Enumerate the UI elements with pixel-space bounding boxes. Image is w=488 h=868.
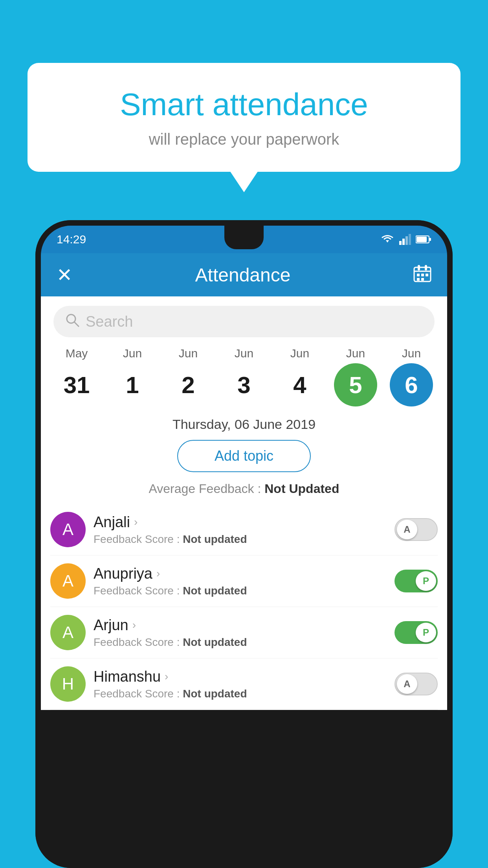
student-name-arjun: Arjun › bbox=[94, 617, 387, 634]
phone-mockup: 14:29 bbox=[35, 220, 453, 868]
header-title: Attendance bbox=[195, 264, 291, 286]
status-time: 14:29 bbox=[57, 233, 86, 246]
avg-feedback-label: Average Feedback : bbox=[149, 482, 265, 496]
chevron-arjun: › bbox=[132, 619, 136, 631]
svg-rect-1 bbox=[402, 239, 405, 245]
bubble-title: Smart attendance bbox=[59, 86, 429, 123]
toggle-arjun[interactable]: P bbox=[394, 621, 438, 644]
date-day-3: 3 bbox=[222, 363, 266, 406]
chevron-anupriya: › bbox=[156, 567, 160, 580]
svg-rect-11 bbox=[417, 274, 420, 276]
student-name-himanshu: Himanshu › bbox=[94, 668, 387, 685]
date-col-0[interactable]: May 31 bbox=[51, 347, 102, 406]
phone-screen: Search May 31 Jun 1 Jun 2 bbox=[41, 296, 447, 710]
date-month-6: Jun bbox=[402, 347, 421, 360]
svg-rect-9 bbox=[418, 265, 420, 270]
avatar-arjun: A bbox=[50, 615, 86, 650]
add-topic-button[interactable]: Add topic bbox=[177, 440, 311, 472]
student-name-anupriya: Anupriya › bbox=[94, 565, 387, 582]
date-day-2: 2 bbox=[167, 363, 210, 406]
bubble-subtitle: will replace your paperwork bbox=[59, 131, 429, 148]
date-col-5[interactable]: Jun 5 bbox=[330, 347, 381, 406]
student-feedback-himanshu: Feedback Score : Not updated bbox=[94, 688, 387, 700]
search-placeholder: Search bbox=[86, 313, 133, 330]
student-feedback-arjun: Feedback Score : Not updated bbox=[94, 636, 387, 649]
avg-feedback: Average Feedback : Not Updated bbox=[41, 482, 447, 496]
date-day-1: 1 bbox=[111, 363, 154, 406]
date-day-4: 4 bbox=[278, 363, 321, 406]
date-col-2[interactable]: Jun 2 bbox=[163, 347, 214, 406]
calendar-icon[interactable] bbox=[413, 264, 431, 286]
svg-rect-2 bbox=[405, 236, 408, 245]
student-feedback-anjali: Feedback Score : Not updated bbox=[94, 533, 387, 546]
svg-rect-13 bbox=[417, 278, 420, 281]
student-name-anjali: Anjali › bbox=[94, 514, 387, 531]
app-header: ✕ Attendance bbox=[41, 253, 447, 296]
toggle-anupriya[interactable]: P bbox=[394, 570, 438, 592]
student-info-anupriya: Anupriya › Feedback Score : Not updated bbox=[94, 565, 387, 597]
date-month-2: Jun bbox=[179, 347, 198, 360]
date-month-5: Jun bbox=[346, 347, 365, 360]
student-feedback-anupriya: Feedback Score : Not updated bbox=[94, 585, 387, 597]
svg-rect-3 bbox=[409, 234, 411, 245]
wifi-icon bbox=[380, 234, 394, 245]
battery-icon bbox=[416, 235, 431, 244]
svg-rect-12 bbox=[421, 274, 424, 276]
student-info-himanshu: Himanshu › Feedback Score : Not updated bbox=[94, 668, 387, 700]
date-col-4[interactable]: Jun 4 bbox=[274, 347, 325, 406]
student-item-anjali[interactable]: A Anjali › Feedback Score : Not updated bbox=[50, 504, 438, 555]
date-day-0: 31 bbox=[55, 363, 98, 406]
status-icons bbox=[380, 234, 431, 245]
date-strip: May 31 Jun 1 Jun 2 Jun 3 bbox=[41, 347, 447, 406]
avatar-anupriya: A bbox=[50, 563, 86, 599]
svg-rect-5 bbox=[416, 237, 427, 242]
svg-rect-10 bbox=[425, 265, 427, 270]
selected-date: Thursday, 06 June 2019 bbox=[41, 410, 447, 440]
svg-line-17 bbox=[74, 322, 79, 326]
svg-rect-6 bbox=[429, 238, 431, 241]
student-item-arjun[interactable]: A Arjun › Feedback Score : Not updated bbox=[50, 607, 438, 658]
phone-notch bbox=[224, 226, 264, 249]
date-month-1: Jun bbox=[123, 347, 142, 360]
date-day-5: 5 bbox=[334, 363, 377, 406]
chevron-anjali: › bbox=[134, 516, 138, 528]
student-info-arjun: Arjun › Feedback Score : Not updated bbox=[94, 617, 387, 649]
student-item-anupriya[interactable]: A Anupriya › Feedback Score : Not update… bbox=[50, 555, 438, 607]
speech-bubble: Smart attendance will replace your paper… bbox=[28, 63, 460, 172]
chevron-himanshu: › bbox=[165, 670, 168, 683]
svg-rect-0 bbox=[399, 241, 402, 245]
student-list: A Anjali › Feedback Score : Not updated bbox=[41, 504, 447, 710]
avatar-anjali: A bbox=[50, 512, 86, 547]
date-month-4: Jun bbox=[290, 347, 309, 360]
student-item-himanshu[interactable]: H Himanshu › Feedback Score : Not update… bbox=[50, 658, 438, 710]
search-icon bbox=[65, 313, 79, 331]
svg-rect-14 bbox=[421, 278, 424, 281]
svg-rect-15 bbox=[426, 274, 428, 276]
search-bar[interactable]: Search bbox=[53, 306, 435, 337]
date-month-0: May bbox=[66, 347, 88, 360]
date-day-6: 6 bbox=[390, 363, 433, 406]
avatar-himanshu: H bbox=[50, 666, 86, 702]
toggle-anjali[interactable]: A bbox=[394, 518, 438, 541]
close-button[interactable]: ✕ bbox=[57, 264, 72, 286]
date-col-1[interactable]: Jun 1 bbox=[107, 347, 158, 406]
date-month-3: Jun bbox=[235, 347, 253, 360]
student-info-anjali: Anjali › Feedback Score : Not updated bbox=[94, 514, 387, 546]
signal-icon bbox=[399, 234, 411, 245]
toggle-himanshu[interactable]: A bbox=[394, 673, 438, 695]
date-col-3[interactable]: Jun 3 bbox=[218, 347, 270, 406]
date-col-6[interactable]: Jun 6 bbox=[386, 347, 437, 406]
avg-feedback-value: Not Updated bbox=[264, 482, 339, 496]
